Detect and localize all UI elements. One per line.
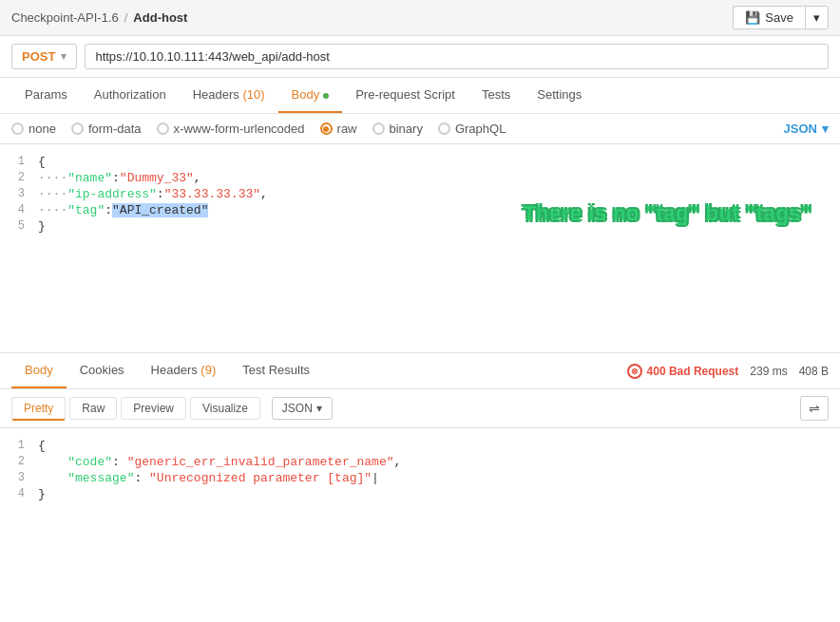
json-format-dropdown[interactable]: JSON ▾ [784, 122, 829, 136]
api-name: Checkpoint-API-1.6 [11, 10, 119, 25]
line-number-3: 3 [0, 187, 38, 200]
body-type-raw[interactable]: raw [320, 122, 357, 136]
editor-line-3: 3 ····"ip-address":"33.33.33.33", [0, 186, 840, 202]
resp-json-dropdown-icon: ▾ [316, 402, 322, 415]
save-dropdown-button[interactable]: ▾ [805, 6, 829, 29]
editor-annotation: There is no "tag" but "tags" [523, 201, 811, 226]
resp-content-1: { [38, 439, 840, 453]
line-number-5: 5 [0, 219, 38, 233]
breadcrumb-separator: / [124, 10, 128, 25]
line-content-1: { [38, 155, 840, 169]
format-visualize[interactable]: Visualize [190, 397, 260, 420]
resp-headers-badge: (9) [200, 363, 216, 377]
raw-label: raw [337, 122, 357, 136]
response-tabs-bar: Body Cookies Headers (9) Test Results ⊗ … [0, 353, 840, 389]
tab-body[interactable]: Body [278, 78, 343, 113]
resp-line-4: 4 } [0, 486, 840, 502]
line-number-2: 2 [0, 171, 38, 184]
save-button[interactable]: 💾 Save [733, 6, 805, 29]
resp-line-num-2: 2 [0, 455, 38, 468]
tab-headers[interactable]: Headers (10) [180, 78, 278, 113]
url-input[interactable] [85, 44, 829, 69]
tab-authorization[interactable]: Authorization [81, 78, 180, 113]
body-type-none[interactable]: none [11, 122, 56, 136]
body-dot [323, 93, 329, 99]
body-type-bar: none form-data x-www-form-urlencoded raw… [0, 114, 840, 144]
radio-binary [372, 123, 385, 135]
tab-pre-request[interactable]: Pre-request Script [342, 78, 468, 113]
graphql-label: GraphQL [455, 122, 506, 136]
breadcrumb: Checkpoint-API-1.6 / Add-host [11, 10, 187, 25]
method-dropdown-icon: ▾ [61, 50, 67, 63]
resp-content-4: } [38, 487, 840, 501]
response-time: 239 ms [750, 365, 787, 378]
body-type-urlencoded[interactable]: x-www-form-urlencoded [157, 122, 305, 136]
line-content-2: ····"name":"Dummy_33", [38, 171, 840, 185]
format-pretty[interactable]: Pretty [11, 397, 66, 421]
body-type-binary[interactable]: binary [372, 122, 423, 136]
line-number-1: 1 [0, 155, 38, 168]
line-number-4: 4 [0, 203, 38, 217]
resp-content-2: "code": "generic_err_invalid_parameter_n… [38, 455, 840, 469]
radio-graphql [438, 123, 450, 135]
resp-json-label: JSON [282, 402, 313, 415]
resp-line-num-3: 3 [0, 471, 38, 484]
resp-tab-body[interactable]: Body [11, 353, 67, 388]
line-content-3: ····"ip-address":"33.33.33.33", [38, 187, 840, 201]
response-status-info: ⊗ 400 Bad Request 239 ms 408 B [627, 364, 829, 379]
resp-tab-cookies[interactable]: Cookies [67, 353, 138, 388]
tab-params[interactable]: Params [11, 78, 81, 113]
editor-line-1: 1 { [0, 154, 840, 170]
resp-line-3: 3 "message": "Unrecognized parameter [ta… [0, 470, 840, 486]
endpoint-name: Add-host [133, 10, 187, 25]
top-bar-actions: 💾 Save ▾ [733, 6, 829, 29]
none-label: none [29, 122, 56, 136]
binary-label: binary [390, 122, 423, 136]
resp-line-1: 1 { [0, 438, 840, 454]
json-label: JSON [784, 122, 817, 136]
resp-tab-headers[interactable]: Headers (9) [138, 353, 230, 388]
response-format-bar: Pretty Raw Preview Visualize JSON ▾ ⇌ [0, 389, 840, 428]
method-label: POST [22, 49, 55, 64]
json-dropdown-icon: ▾ [822, 122, 829, 136]
resp-line-2: 2 "code": "generic_err_invalid_parameter… [0, 454, 840, 470]
urlencoded-label: x-www-form-urlencoded [174, 122, 305, 136]
save-icon: 💾 [745, 10, 760, 25]
response-body-editor: 1 { 2 "code": "generic_err_invalid_param… [0, 428, 840, 512]
wrap-button[interactable]: ⇌ [800, 396, 829, 421]
radio-form-data [71, 123, 84, 135]
url-bar: POST ▾ [0, 36, 840, 78]
request-tabs: Params Authorization Headers (10) Body P… [0, 78, 840, 114]
request-body-editor[interactable]: 1 { 2 ····"name":"Dummy_33", 3 ····"ip-a… [0, 144, 840, 353]
resp-tab-test-results[interactable]: Test Results [229, 353, 323, 388]
headers-badge: (10) [242, 87, 264, 102]
tab-settings[interactable]: Settings [524, 78, 595, 113]
status-badge: ⊗ 400 Bad Request [627, 364, 739, 379]
tab-tests[interactable]: Tests [468, 78, 524, 113]
response-size: 408 B [799, 365, 829, 378]
resp-line-num-4: 4 [0, 487, 38, 500]
save-label: Save [765, 10, 793, 25]
format-raw[interactable]: Raw [69, 397, 117, 420]
radio-raw [320, 123, 333, 135]
editor-line-2: 2 ····"name":"Dummy_33", [0, 170, 840, 186]
body-type-graphql[interactable]: GraphQL [438, 122, 506, 136]
resp-content-3: "message": "Unrecognized parameter [tag]… [38, 471, 840, 485]
radio-none [11, 123, 24, 135]
response-format-dropdown[interactable]: JSON ▾ [272, 397, 333, 420]
format-preview[interactable]: Preview [121, 397, 186, 420]
form-data-label: form-data [88, 122, 142, 136]
radio-urlencoded [157, 123, 169, 135]
response-tabs: Body Cookies Headers (9) Test Results [11, 353, 627, 388]
status-icon: ⊗ [627, 364, 642, 379]
body-type-form-data[interactable]: form-data [71, 122, 142, 136]
status-text: 400 Bad Request [647, 365, 739, 378]
top-bar: Checkpoint-API-1.6 / Add-host 💾 Save ▾ [0, 0, 840, 36]
resp-line-num-1: 1 [0, 439, 38, 452]
method-select[interactable]: POST ▾ [11, 44, 77, 69]
